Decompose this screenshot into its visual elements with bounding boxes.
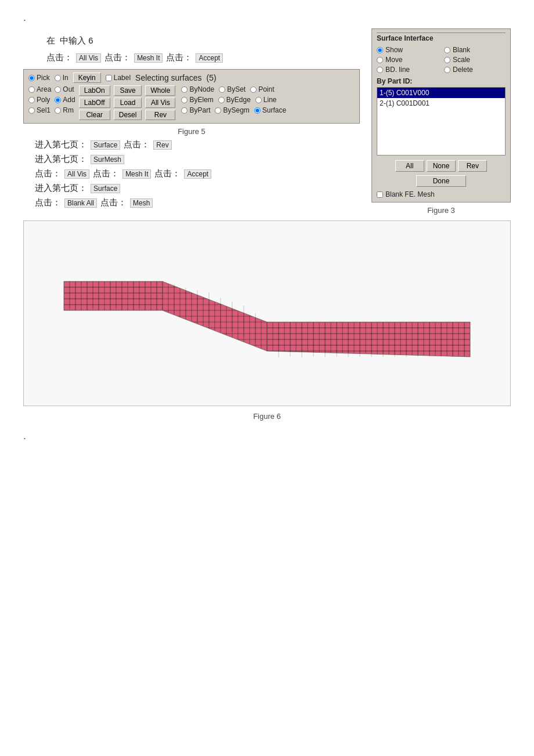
part-item-1[interactable]: 2-(1) C001D001 xyxy=(377,98,505,108)
radio-bypart[interactable]: ByPart xyxy=(181,106,210,114)
radio-pick[interactable]: Pick xyxy=(28,74,50,82)
part-list: 1-(5) C001V000 2-(1) C001D001 xyxy=(377,87,506,155)
load-button[interactable]: Load xyxy=(114,97,142,108)
tl3-item1: All Vis xyxy=(64,169,89,179)
labon-button[interactable]: LabOn xyxy=(79,85,110,96)
line2-btn3: Accept xyxy=(196,53,223,63)
radio-byedge[interactable]: ByEdge xyxy=(218,96,251,104)
tl5-item1: Blank All xyxy=(64,198,97,208)
radio-in[interactable]: In xyxy=(55,74,68,82)
line2-btn2: Mesh It xyxy=(134,53,163,63)
tl3-item3: Accept xyxy=(184,169,211,179)
done-btn-row: Done xyxy=(377,175,506,187)
text-line-2: 进入第七页： SurMesh xyxy=(35,154,360,165)
tl5-item2: Mesh xyxy=(130,198,153,208)
radio-blank[interactable]: Blank xyxy=(444,46,506,54)
clear-button[interactable]: Clear xyxy=(79,110,110,120)
tl1-item1: Surface xyxy=(91,140,120,150)
radio-byset[interactable]: BySet xyxy=(219,85,246,93)
text-line-4: 进入第七页： Surface xyxy=(35,183,360,194)
selecting-label: Selecting surfaces xyxy=(135,73,201,82)
blank-fe-label: Blank FE. Mesh xyxy=(385,190,435,198)
tl4-item1: Surface xyxy=(91,184,120,193)
toolbar-top-row: Pick In Keyin Label Selecting surfaces (… xyxy=(28,73,355,83)
line2-click1: 点击： xyxy=(46,52,73,63)
tl1-sep: 点击： xyxy=(124,139,150,150)
desel-button[interactable]: Desel xyxy=(114,110,142,120)
keyin-button[interactable]: Keyin xyxy=(73,73,101,83)
radio-surface[interactable]: Surface xyxy=(254,106,286,114)
toolbar-body: Area Poly Sel1 Out Add xyxy=(28,85,355,120)
radio-move[interactable]: Move xyxy=(377,56,438,64)
tl4-prefix: 进入第七页： xyxy=(35,183,87,194)
tl2-prefix: 进入第七页： xyxy=(35,154,87,165)
surface-title: Surface Interface xyxy=(377,32,506,42)
mesh-figure xyxy=(46,235,488,397)
radio-delete[interactable]: Delete xyxy=(444,66,506,74)
surface-interface-box: Surface Interface Show Blank Move Scale xyxy=(371,28,511,202)
tl1-prefix: 进入第七页： xyxy=(35,139,87,150)
line1-mid: 中输入 6 xyxy=(60,35,93,46)
radio-add[interactable]: Add xyxy=(55,96,75,104)
laboff-button[interactable]: LabOff xyxy=(79,97,110,108)
rev-button[interactable]: Rev xyxy=(145,110,175,120)
none-button[interactable]: None xyxy=(427,160,456,172)
save-button[interactable]: Save xyxy=(114,85,142,96)
by-part-label: By Part ID: xyxy=(377,77,506,85)
done-button[interactable]: Done xyxy=(416,175,467,187)
line2-btn1: All Vis xyxy=(76,53,101,63)
figure5-label: Figure 5 xyxy=(23,127,360,136)
tl1-item2: Rev xyxy=(153,140,171,150)
tl3-item2: Mesh It xyxy=(122,169,151,179)
btn-col1: LabOn LabOff Clear xyxy=(79,85,110,120)
btn-col2: Save Load Desel xyxy=(114,85,142,120)
radio-selection-group: ByNode BySet Point ByElem xyxy=(181,85,286,114)
whole-button[interactable]: Whole xyxy=(145,85,175,96)
radio-bynode[interactable]: ByNode xyxy=(181,85,214,93)
radio-byelem[interactable]: ByElem xyxy=(181,96,213,104)
figure6-label: Figure 6 xyxy=(23,412,511,421)
radio-scale[interactable]: Scale xyxy=(444,56,506,64)
blank-fe-checkbox[interactable] xyxy=(377,191,383,198)
tl2-item1: SurMesh xyxy=(91,155,124,164)
radio-bdline[interactable]: BD. line xyxy=(377,66,438,74)
radio-poly[interactable]: Poly xyxy=(28,96,51,104)
figure3-label: Figure 3 xyxy=(371,206,511,215)
radio-row1: ByNode BySet Point xyxy=(181,85,286,93)
count-label: (5) xyxy=(207,73,217,82)
line2-click3: 点击： xyxy=(166,52,192,63)
tl5-click1: 点击： xyxy=(35,197,61,208)
radio-rm[interactable]: Rm xyxy=(55,106,75,114)
bottom-dot: . xyxy=(23,430,511,442)
tl3-click1: 点击： xyxy=(35,168,61,179)
blank-fe-row: Blank FE. Mesh xyxy=(377,190,506,198)
radio-bysegm[interactable]: BySegm xyxy=(215,106,249,114)
radio-row3: ByPart BySegm Surface xyxy=(181,106,286,114)
right-panel: Surface Interface Show Blank Move Scale xyxy=(371,28,511,215)
radio-point[interactable]: Point xyxy=(250,85,274,93)
tl5-sep: 点击： xyxy=(100,197,127,208)
radio-col1: Area Poly Sel1 xyxy=(28,85,51,114)
surface-btn-row: All None Rev xyxy=(377,160,506,172)
radio-out[interactable]: Out xyxy=(55,85,75,93)
radio-show[interactable]: Show xyxy=(377,46,438,54)
radio-area[interactable]: Area xyxy=(28,85,51,93)
toolbar-widget: Pick In Keyin Label Selecting surfaces (… xyxy=(23,69,360,124)
allvis-button[interactable]: All Vis xyxy=(145,97,175,108)
all-button[interactable]: All xyxy=(395,160,424,172)
line1: 在 中输入 6 xyxy=(46,35,360,46)
figure6-container xyxy=(23,220,511,406)
text-line-1: 进入第七页： Surface 点击： Rev xyxy=(35,139,360,150)
text-line-5: 点击： Blank All 点击： Mesh xyxy=(35,197,360,208)
tl3-sep: 点击： xyxy=(93,168,119,179)
line2-click2: 点击： xyxy=(104,52,131,63)
part-item-0[interactable]: 1-(5) C001V000 xyxy=(377,88,505,98)
radio-sel1[interactable]: Sel1 xyxy=(28,106,51,114)
surface-radio-grid: Show Blank Move Scale BD. line xyxy=(377,46,506,74)
surface-rev-button[interactable]: Rev xyxy=(458,160,487,172)
label-checkbox[interactable]: Label xyxy=(106,74,131,82)
radio-line[interactable]: Line xyxy=(255,96,277,104)
line2: 点击： All Vis 点击： Mesh It 点击： Accept xyxy=(46,52,360,63)
left-panel: 在 中输入 6 点击： All Vis 点击： Mesh It 点击： Acce… xyxy=(23,28,360,215)
top-dot: . xyxy=(23,12,511,24)
